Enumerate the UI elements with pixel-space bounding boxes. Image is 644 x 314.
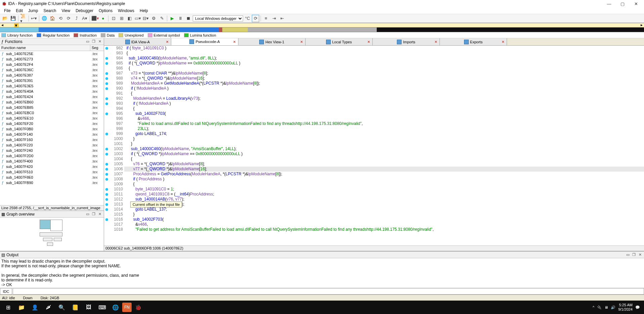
code-line[interactable]: qword_1401091C8 = (__int64)ProcAddress; xyxy=(124,192,644,197)
code-lines[interactable]: if ( !byte_1401091C0 ) { sub_14000C460(l… xyxy=(124,46,644,245)
code-line[interactable]: } xyxy=(124,141,644,146)
graph-restore-icon[interactable]: ❐ xyxy=(91,212,96,217)
function-row[interactable]: ƒsub_14007EE10.tex xyxy=(0,116,104,121)
output-close-icon[interactable]: ✕ xyxy=(637,252,643,258)
function-row[interactable]: ƒsub_14007F220.tex xyxy=(0,142,104,148)
code-line[interactable]: "Failed to load amsi.dllFailed to call N… xyxy=(124,121,644,126)
idc-input[interactable] xyxy=(13,288,644,295)
code-line[interactable]: &v466, xyxy=(124,116,644,121)
menu-options[interactable]: Options xyxy=(96,8,115,14)
start-button[interactable]: ⊞ xyxy=(1,301,15,314)
system-tray[interactable]: ^ 🔌 🖥 🔊 5:25 AM 9/1/2024 💬 xyxy=(593,303,643,312)
tray-volume-icon[interactable]: 🔊 xyxy=(611,305,615,310)
jump-icon[interactable]: ⤴ xyxy=(73,15,80,22)
close-button[interactable]: ✕ xyxy=(629,0,643,7)
open-icon[interactable]: 📂 xyxy=(1,15,9,22)
panel-close-icon[interactable]: ✕ xyxy=(97,39,102,44)
code-line[interactable]: } xyxy=(124,212,644,217)
idc-label[interactable]: IDC xyxy=(0,288,12,295)
tab-close-icon[interactable]: ✕ xyxy=(165,40,170,44)
graph-window-icon[interactable]: ▭ xyxy=(85,212,90,217)
stop-icon[interactable]: ⏹ xyxy=(185,15,192,22)
task-app3-icon[interactable]: 🔍 xyxy=(55,301,68,314)
code-line[interactable]: 23LL); xyxy=(124,126,644,131)
nav-left-icon[interactable]: ◄ xyxy=(1,23,4,27)
tab-close-icon[interactable]: ✕ xyxy=(433,40,438,44)
tab-local-types[interactable]: Local Types✕ xyxy=(306,38,373,45)
function-row[interactable]: ƒsub_14007E387.tex xyxy=(0,73,104,78)
highlight-icon[interactable]: ⬛▾ xyxy=(91,15,99,22)
record-icon[interactable]: ● xyxy=(99,15,107,22)
function-row[interactable]: ƒsub_14007E2F4.tex xyxy=(0,62,104,67)
menu-debugger[interactable]: Debugger xyxy=(73,8,96,14)
task-explorer-icon[interactable]: 📁 xyxy=(15,301,28,314)
function-row[interactable]: ƒsub_14007F8E0.tex xyxy=(0,175,104,180)
tab-ida-view-a[interactable]: IDA View-A✕ xyxy=(104,38,171,45)
function-row[interactable]: ƒsub_14007FB90.tex xyxy=(0,180,104,185)
function-row[interactable]: ƒsub_14007E40A.tex xyxy=(0,89,104,94)
task-chrome-icon[interactable]: 🌐 xyxy=(109,301,122,314)
function-row[interactable]: ƒsub_14007F510.tex xyxy=(0,169,104,175)
tab-close-icon[interactable]: ✕ xyxy=(232,39,237,44)
script-icon[interactable]: 📜▾ xyxy=(20,15,27,22)
t4-icon[interactable]: ▭▾ xyxy=(134,15,141,22)
t6-icon[interactable]: ⚙ xyxy=(150,15,157,22)
debugger-select[interactable]: Local Windows debugger xyxy=(193,15,243,21)
panel-window-icon[interactable]: ▭ xyxy=(85,39,90,44)
menu-jump[interactable]: Jump xyxy=(26,8,41,14)
function-row[interactable]: ƒsub_14007F0B0.tex xyxy=(0,126,104,132)
function-row[interactable]: ƒsub_14007E3E5.tex xyxy=(0,83,104,89)
output-window-icon[interactable]: ▭ xyxy=(625,252,631,258)
task-app4-icon[interactable]: 📒 xyxy=(68,301,82,314)
code-line[interactable]: if ( !ModuleHandleA ) xyxy=(124,86,644,91)
code-line[interactable]: { xyxy=(124,106,644,111)
output-body[interactable]: This may lead to drastic changes in the … xyxy=(0,258,644,288)
tab-exports[interactable]: Exports✕ xyxy=(440,38,507,45)
menu-help[interactable]: Help xyxy=(137,8,151,14)
code-line[interactable]: sub_14002F703( xyxy=(124,111,644,116)
t5-icon[interactable]: ⊟▾ xyxy=(142,15,149,22)
code-line[interactable]: } xyxy=(124,136,644,141)
undo-icon[interactable]: ↩▾ xyxy=(30,15,38,22)
code-line[interactable]: sub_1400014AB(v73, v74); xyxy=(124,202,644,207)
code-line[interactable]: { xyxy=(124,91,644,96)
function-row[interactable]: ƒsub_14007F400.tex xyxy=(0,159,104,164)
code-line[interactable]: sub_14002F703( xyxy=(124,217,644,222)
code-line[interactable]: goto LABEL_137; xyxy=(124,207,644,212)
task-app5-icon[interactable]: 🖼 xyxy=(82,301,95,314)
task-terminal-icon[interactable]: ⌨ xyxy=(95,301,109,314)
tray-network-icon[interactable]: 🔌 xyxy=(597,305,602,310)
function-row[interactable]: ƒsub_14007E391.tex xyxy=(0,78,104,83)
code-line[interactable]: v77 = *(_QWORD *)&lpModuleName[16]; xyxy=(124,167,644,172)
col-segment[interactable]: Seg xyxy=(90,45,104,51)
code-line[interactable]: "Failed to get address for AmsiScanBuffe… xyxy=(124,227,644,232)
back-icon[interactable]: ⟲ xyxy=(57,15,64,22)
forward-icon[interactable]: ⟳ xyxy=(65,15,72,22)
tab-close-icon[interactable]: ✕ xyxy=(299,40,304,44)
t1-icon[interactable]: ⊡ xyxy=(110,15,117,22)
function-row[interactable]: ƒsub_14007F140.tex xyxy=(0,132,104,137)
tray-chevron-icon[interactable]: ^ xyxy=(593,305,594,309)
code-line[interactable]: if ( *(_QWORD *)lpModuleName == 0x800000… xyxy=(124,151,644,156)
functions-header[interactable]: Function name Seg xyxy=(0,45,104,51)
task-app1-icon[interactable]: 👤 xyxy=(28,301,42,314)
tray-notifications-icon[interactable]: 💬 xyxy=(635,305,640,310)
function-row[interactable]: ƒsub_14007EB85.tex xyxy=(0,105,104,110)
t2-icon[interactable]: ⊞ xyxy=(118,15,125,22)
function-row[interactable]: ƒsub_14007EBC0.tex xyxy=(0,110,104,116)
pause-icon[interactable]: ⏸ xyxy=(177,15,184,22)
maximize-button[interactable]: ▢ xyxy=(616,0,629,7)
breakpoint-gutter[interactable] xyxy=(104,46,109,245)
code-line[interactable]: sub_14000C460(lpModuleName, "amsi.dll", … xyxy=(124,56,644,61)
col-function-name[interactable]: Function name xyxy=(0,45,90,51)
output-restore-icon[interactable]: ❐ xyxy=(631,252,637,258)
code-line[interactable]: if ( !byte_1401091C0 ) xyxy=(124,46,644,51)
tray-display-icon[interactable]: 🖥 xyxy=(604,305,608,309)
task-app2-icon[interactable]: 🌶 xyxy=(42,301,55,314)
menu-windows[interactable]: Windows xyxy=(115,8,137,14)
d1-icon[interactable]: °C xyxy=(244,15,251,22)
code-line[interactable]: &v466, xyxy=(124,222,644,227)
menu-search[interactable]: Search xyxy=(41,8,59,14)
tray-clock[interactable]: 5:25 AM 9/1/2024 xyxy=(618,303,633,312)
code-line[interactable]: { xyxy=(124,66,644,71)
